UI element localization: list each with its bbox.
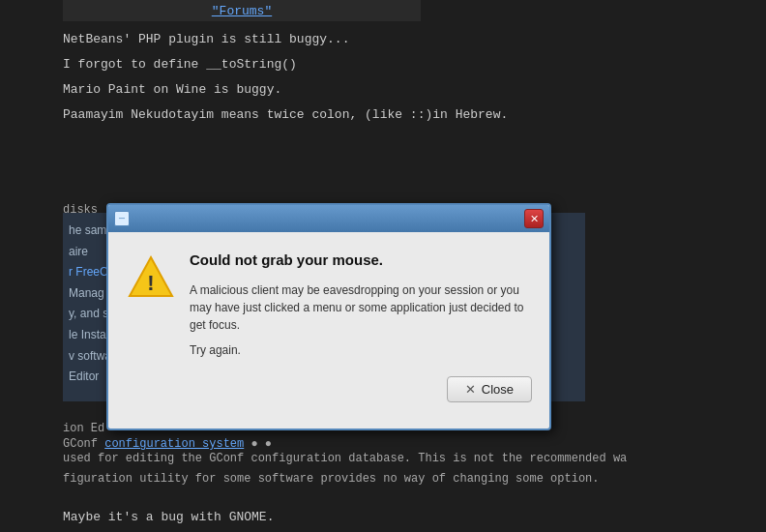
page-content: "Forums" NetBeans' PHP plugin is still b… <box>0 0 766 532</box>
gconf-title-prefix: ion Ed <box>63 422 104 435</box>
blog-text-area: NetBeans' PHP plugin is still buggy... I… <box>0 21 766 137</box>
gconf-desc-line2: figuration utility for some software pro… <box>63 471 766 488</box>
warning-icon: ! <box>128 253 174 300</box>
blog-line-1: NetBeans' PHP plugin is still buggy... <box>63 29 703 50</box>
modal-try-again: Try again. <box>190 341 530 359</box>
modal-icon-glyph: ─ <box>119 214 125 224</box>
modal-close-button[interactable]: ✕ Close <box>447 376 532 402</box>
gconf-title-line: GConf configuration system ● ● <box>63 437 766 451</box>
modal-dialog: ─ ✕ ! Could not grab your mouse. A malic… <box>106 203 551 430</box>
close-button-label: Close <box>482 382 514 397</box>
forums-bar: "Forums" <box>0 0 766 21</box>
gconf-desc-line1: used for editing the GConf configuration… <box>63 451 766 467</box>
modal-titlebar: ─ ✕ <box>108 205 549 232</box>
gconf-section: ion Ed GConf configuration system ● ● us… <box>63 422 766 491</box>
forums-link[interactable]: "Forums" <box>212 4 272 18</box>
blog-line-5: Mario Paint on Wine is buggy. <box>63 79 703 101</box>
modal-titlebar-close-button[interactable]: ✕ <box>524 209 544 228</box>
modal-heading: Could not grab your mouse. <box>190 250 530 272</box>
modal-body: ! Could not grab your mouse. A malicious… <box>108 232 549 369</box>
blog-line-7: Paamayim Nekudotayim means twice colon, … <box>63 104 703 126</box>
blog-line-3: I forgot to define __toString() <box>63 54 703 75</box>
bottom-text: Maybe it's a bug with GNOME. <box>63 510 274 524</box>
close-button-icon: ✕ <box>465 382 476 397</box>
forums-bar-inner: "Forums" <box>63 0 421 21</box>
gconf-config-link[interactable]: configuration system <box>104 437 244 451</box>
svg-text:!: ! <box>147 271 154 295</box>
modal-text-content: Could not grab your mouse. A malicious c… <box>190 250 530 359</box>
modal-footer: ✕ Close <box>108 369 549 414</box>
modal-titlebar-close-icon: ✕ <box>530 213 539 225</box>
modal-description: A malicious client may be eavesdropping … <box>190 281 530 334</box>
gconf-pre: GConf <box>63 437 104 451</box>
gconf-badges: ● ● <box>250 437 272 451</box>
modal-title-icon: ─ <box>114 211 130 226</box>
